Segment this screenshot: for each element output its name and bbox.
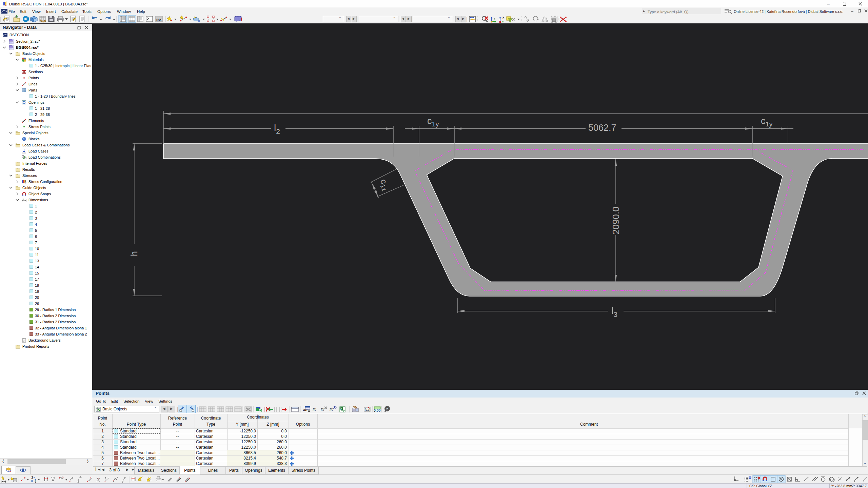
svg-text:X: X	[340, 407, 342, 410]
svg-text:5062.7: 5062.7	[588, 123, 616, 133]
svg-text:6: 6	[35, 480, 36, 483]
svg-text:fx: fx	[330, 407, 333, 412]
svg-text:2090.0: 2090.0	[611, 206, 621, 235]
svg-text:fx: fx	[313, 407, 316, 412]
svg-text:fx: fx	[321, 407, 324, 412]
svg-text:l2: l2	[274, 123, 280, 135]
svg-text:-x: -x	[501, 16, 504, 19]
svg-text:[v,z]: [v,z]	[365, 408, 370, 411]
svg-text:c1y: c1y	[427, 116, 439, 128]
svg-text:c1z: c1z	[377, 177, 392, 192]
svg-text:c1y: c1y	[761, 116, 773, 128]
svg-text:x: x	[494, 17, 495, 21]
svg-text:x: x	[23, 198, 24, 200]
svg-text:l3: l3	[611, 305, 617, 318]
svg-text:?: ?	[386, 407, 388, 411]
svg-text:>sc: >sc	[156, 18, 161, 22]
svg-text:2: 2	[32, 476, 33, 480]
svg-text:h: h	[129, 251, 139, 256]
